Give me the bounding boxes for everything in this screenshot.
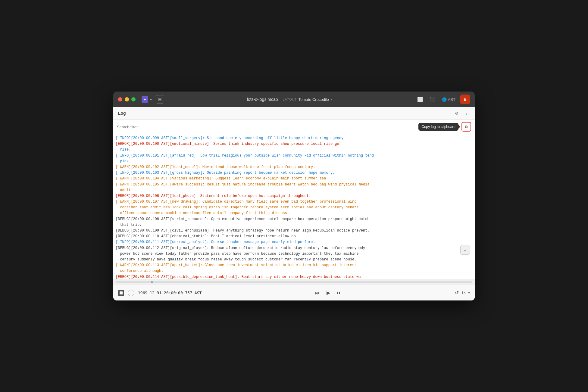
log-line: [DEBUG][20:00:00.108 AST][strict_resourc… xyxy=(116,216,472,222)
playback-bar: i 1969-12-31 20:00:00.757 AST ⏮ ▶ ⏭ ↺ 1×… xyxy=(113,285,475,300)
log-line: [ INFO][20:00:00.103 AST][gross_highway]… xyxy=(116,170,472,176)
log-line: conference although. xyxy=(116,268,472,274)
gear-icon: ⚙ xyxy=(455,111,459,116)
scroll-down-button[interactable]: ⌄ xyxy=(460,245,470,255)
app-window: ✦ ▾ ⊞ lots-o-logs.mcap LAYOUT Tomato Cro… xyxy=(113,92,475,300)
log-line: [ WARN][20:00:00.107 AST][new_drawing]: … xyxy=(116,199,472,205)
log-line: power hot scene view today father provid… xyxy=(116,251,472,257)
app-icon: ✦ ▾ xyxy=(142,96,152,103)
minimize-button[interactable] xyxy=(125,97,129,101)
settings-button[interactable]: ⚙ xyxy=(453,110,460,117)
log-line: pick. xyxy=(116,159,472,164)
log-line: [ WARN][20:00:00.102 AST][least_model]: … xyxy=(116,164,472,170)
panel-title: Log xyxy=(118,111,126,116)
fullscreen-button[interactable] xyxy=(131,97,136,101)
playback-controls: ⏮ ▶ ⏭ xyxy=(205,289,451,297)
file-name: lots-o-logs.mcap xyxy=(247,97,278,102)
skip-back-button[interactable]: ⏮ xyxy=(313,289,322,297)
log-line: [ WARN][20:00:00.104 AST][various_market… xyxy=(116,176,472,182)
stop-button[interactable] xyxy=(118,290,124,296)
log-line: [ERROR][20:00:00.100 AST][emotional_minu… xyxy=(116,141,472,147)
playback-speed: 1× xyxy=(461,291,466,295)
search-bar: ⧉ Copy log to clipboard xyxy=(113,120,475,134)
log-line: [DEBUG][20:00:00.112 AST][original_playe… xyxy=(116,245,472,251)
log-line: rise. xyxy=(116,147,472,153)
log-area[interactable]: [ INFO][20:00:00.099 AST][small_surgery]… xyxy=(113,134,475,279)
more-options-button[interactable]: ⋮ xyxy=(463,110,470,117)
app-logo: ✦ xyxy=(142,96,148,103)
layout-selector[interactable]: LAYOUT Tomato Crocodile ▾ xyxy=(283,97,333,102)
user-button[interactable]: B xyxy=(460,95,470,104)
close-button[interactable] xyxy=(118,97,122,101)
log-line: consider that admit Mrs look call spring… xyxy=(116,205,472,210)
log-line: adult. xyxy=(116,188,472,193)
user-initial: B xyxy=(464,97,467,102)
log-line: [ INFO][20:00:00.099 AST][small_surgery]… xyxy=(116,135,472,141)
log-line: [ WARN][20:00:00.113 AST][apart_basket]:… xyxy=(116,263,472,268)
titlebar-right: ⬜ ⬛ 🌐 AST B xyxy=(415,95,470,104)
log-line: [ INFO][20:00:00.111 AST][correct_analys… xyxy=(116,239,472,245)
log-line: officer about camera machine American fi… xyxy=(116,210,472,216)
copy-log-button[interactable]: ⧉ Copy log to clipboard xyxy=(461,122,471,132)
titlebar-center: lots-o-logs.mcap LAYOUT Tomato Crocodile… xyxy=(168,97,412,102)
layout-value: Tomato Crocodile xyxy=(299,97,329,102)
lang-label: AST xyxy=(448,97,455,102)
playback-timestamp: 1969-12-31 20:00:00.757 AST xyxy=(138,291,202,295)
titlebar: ✦ ▾ ⊞ lots-o-logs.mcap LAYOUT Tomato Cro… xyxy=(113,92,475,107)
stop-icon xyxy=(120,291,123,294)
skip-forward-button[interactable]: ⏭ xyxy=(335,289,343,297)
log-panel-container: [ INFO][20:00:00.099 AST][small_surgery]… xyxy=(113,134,475,279)
scrollbar-area xyxy=(113,279,475,285)
globe-icon: 🌐 xyxy=(442,97,447,102)
traffic-lights xyxy=(118,97,136,101)
chevron-down-icon: ⌄ xyxy=(463,247,467,252)
info-icon: i xyxy=(131,291,131,295)
play-icon: ▶ xyxy=(327,290,330,296)
main-content: Log ⚙ ⋮ ⧉ Copy log to clipboard [ xyxy=(113,107,475,300)
scrollbar-thumb[interactable] xyxy=(151,281,153,283)
info-button[interactable]: i xyxy=(128,290,134,296)
layout-chevron-icon: ▾ xyxy=(331,97,333,101)
skip-forward-icon: ⏭ xyxy=(337,290,342,296)
layout-label: LAYOUT xyxy=(283,98,297,101)
log-line: century suddenly have quality break focu… xyxy=(116,257,472,263)
panel-actions: ⚙ ⋮ xyxy=(453,110,470,117)
log-line: [ INFO][20:00:00.101 AST][afraid_red]: L… xyxy=(116,153,472,159)
scrollbar-track[interactable] xyxy=(116,281,472,283)
play-button[interactable]: ▶ xyxy=(324,289,333,297)
copy-icon: ⧉ xyxy=(465,124,468,129)
search-input[interactable] xyxy=(117,125,459,129)
log-line: that trip. xyxy=(116,222,472,228)
ellipsis-icon: ⋮ xyxy=(464,111,468,116)
panel-layout-button[interactable]: ⬜ xyxy=(415,95,425,104)
language-button[interactable]: 🌐 AST xyxy=(439,96,458,103)
split-view-button[interactable]: ⬛ xyxy=(427,95,437,104)
chevron-icon[interactable]: ▾ xyxy=(150,97,152,102)
log-line: [ WARN][20:00:00.105 AST][aware_success]… xyxy=(116,182,472,188)
log-line: [DEBUG][20:00:00.109 AST][civil_enthusia… xyxy=(116,228,472,234)
panel-header: Log ⚙ ⋮ xyxy=(113,107,475,120)
speed-dropdown-button[interactable]: ▾ xyxy=(468,291,470,295)
log-line: [ERROR][20:00:00.106 AST][lost_photo]: S… xyxy=(116,193,472,199)
skip-back-icon: ⏮ xyxy=(315,290,320,296)
log-line: [DEBUG][20:00:00.110 AST][chemical_stabl… xyxy=(116,234,472,239)
new-panel-button[interactable]: ⊞ xyxy=(156,95,164,104)
playback-right: ↺ 1× ▾ xyxy=(455,290,470,296)
repeat-button[interactable]: ↺ xyxy=(455,290,459,296)
log-line: [ERROR][20:00:00.114 AST][possible_depre… xyxy=(116,274,472,279)
